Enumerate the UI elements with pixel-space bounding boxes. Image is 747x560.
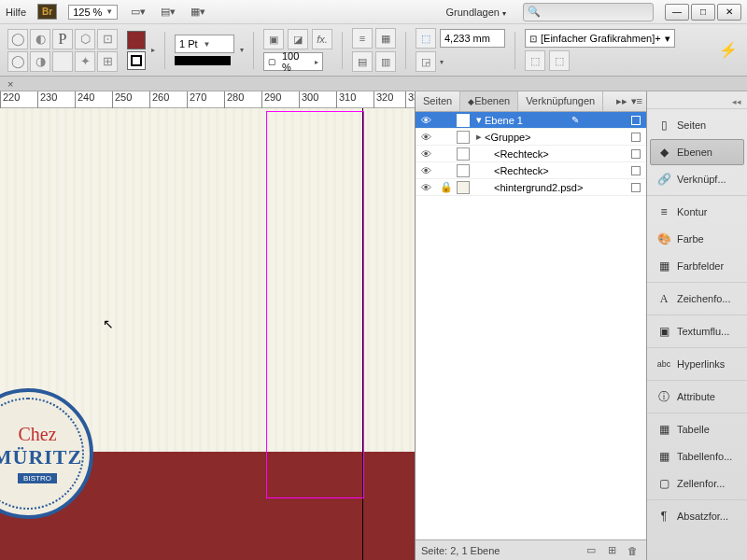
hyperlink-icon: abc [656,357,671,371]
tool-icon[interactable]: ✦ [75,51,95,72]
quick-apply-icon[interactable]: ⚡ [719,41,738,59]
pages-icon: ▯ [656,118,671,133]
para-icon: ¶ [656,509,671,524]
delete-layer-icon[interactable]: 🗑 [624,543,641,558]
shadow-icon[interactable]: ◪ [288,29,308,49]
layer-row[interactable]: 👁 🔒 <hintergrund2.psd> [416,179,646,196]
workspace-switcher[interactable]: Grundlagen ▾ [440,5,512,20]
dock-wrap[interactable]: ▣Textumflu... [650,318,744,344]
opacity-input[interactable]: ▢100 %▸ [263,52,323,71]
collapse-icon[interactable]: ▸▸ [616,95,627,107]
dock-table[interactable]: ▦Tabelle [650,416,744,442]
dock-para[interactable]: ¶Absatzfor... [650,503,744,529]
tab-layers[interactable]: ◆Ebenen [460,91,518,111]
bridge-button[interactable]: Br [37,4,57,20]
visibility-icon[interactable]: 👁 [416,148,436,160]
view-options-icon[interactable]: ▦▾ [189,3,207,21]
dock-color[interactable]: 🎨Farbe [650,226,744,252]
transform-icon[interactable]: ⬚ [416,28,436,49]
attr-icon: ⓘ [656,389,671,404]
footer-icon[interactable]: ▭ [583,543,599,558]
fill-swatch[interactable] [127,31,146,49]
visibility-icon[interactable]: 👁 [416,132,436,143]
stroke-swatch[interactable] [127,51,146,70]
maximize-button[interactable]: □ [691,4,715,21]
tableformat-icon: ▦ [656,449,671,464]
pen-icon: ✎ [571,115,579,125]
links-icon: 🔗 [656,172,671,187]
screen-mode-icon[interactable]: ▭▾ [129,3,148,21]
dock-layers[interactable]: ◆Ebenen [650,139,744,165]
dock-pages[interactable]: ▯Seiten [650,112,744,138]
opt2-icon[interactable]: ⬚ [549,50,570,71]
new-layer-icon[interactable]: ⊞ [603,543,620,558]
dock-links[interactable]: 🔗Verknüpf... [650,166,744,192]
tool-p-icon[interactable]: P [52,29,73,49]
tool-icon[interactable]: ◯ [7,29,28,49]
wrap-icon[interactable]: ▦ [375,28,396,49]
tool-icon[interactable]: ⊞ [97,51,118,72]
object-style[interactable]: ⊡[Einfacher Grafikrahmen]+▾ [525,29,675,48]
cursor-icon: ↖ [103,316,114,331]
opt1-icon[interactable]: ⬚ [525,50,545,71]
tool-icon[interactable] [52,51,73,72]
zoom-level[interactable]: 125 %▼ [68,5,118,20]
layer-row[interactable]: 👁 <Rechteck> [416,162,646,179]
dock-collapse-icon[interactable]: ◂◂ [647,97,747,108]
corner-icon[interactable]: ◲ [416,51,436,72]
tool-icon[interactable]: ⊡ [97,29,118,49]
dock-char[interactable]: AZeichenfo... [650,286,744,312]
layer-list: 👁 ▾ Ebene 1 ✎ 👁 ▸ <Gruppe> 👁 <Rechteck> … [416,112,646,539]
tool-icon[interactable]: ◐ [30,29,50,49]
align-icon[interactable]: ≡ [352,28,373,49]
dock-swatches[interactable]: ▦Farbfelder [650,253,744,279]
search-input[interactable]: 🔍 [523,3,654,21]
close-tab-icon[interactable]: × [7,78,13,90]
minimize-button[interactable]: — [665,4,689,21]
effects-icon[interactable]: ▣ [263,29,284,49]
tool-icon[interactable]: ⬡ [75,29,95,49]
layer-row[interactable]: 👁 <Rechteck> [416,146,646,162]
tool-icons: ◯ ◐ P ⬡ ⊡ ◯ ◑ ✦ ⊞ [7,29,118,72]
visibility-icon[interactable]: 👁 [416,165,436,176]
fx-icon[interactable]: fx. [312,29,332,49]
ruler-horizontal: 220 230 240 250 260 270 280 290 300 310 … [0,91,415,108]
dock-tablefo[interactable]: ▦Tabellenfo... [650,443,744,469]
menu-bar: Hilfe Br 125 %▼ ▭▾ ▤▾ ▦▾ Grundlagen ▾ 🔍 … [0,0,747,24]
arrange-icon[interactable]: ▤▾ [159,3,177,21]
stroke-style[interactable] [175,56,231,65]
tool-icon[interactable]: ◑ [30,51,50,72]
control-bar: ◯ ◐ P ⬡ ⊡ ◯ ◑ ✦ ⊞ ▸ 1 Pt▼ ▾ ▣ ◪ fx. ▢100… [0,24,747,77]
menu-help[interactable]: Hilfe [6,7,26,18]
visibility-icon[interactable]: 👁 [416,182,436,193]
selection-box[interactable] [266,111,364,498]
layers-icon: ◆ [656,145,671,160]
lock-icon[interactable]: 🔒 [436,181,457,193]
tab-pages[interactable]: Seiten [416,91,460,111]
tool-icon[interactable]: ◯ [7,51,28,72]
tab-links[interactable]: Verknüpfungen [518,91,603,111]
dock-hyper[interactable]: abcHyperlinks [650,351,744,377]
panel-footer: Seite: 2, 1 Ebene ▭ ⊞ 🗑 [416,539,646,560]
cellformat-icon: ▢ [656,476,671,491]
char-icon: A [656,291,671,306]
close-button[interactable]: ✕ [717,4,741,21]
stroke-icon: ≡ [656,204,671,219]
swatches-icon: ▦ [656,259,671,273]
layer-row[interactable]: 👁 ▸ <Gruppe> [416,129,646,146]
dock-attr[interactable]: ⓘAttribute [650,384,744,410]
dock-stroke[interactable]: ≡Kontur [650,199,744,225]
dock-cellfo[interactable]: ▢Zellenfor... [650,470,744,497]
stroke-weight[interactable]: 1 Pt▼ [175,35,234,53]
canvas-area[interactable]: 220 230 240 250 260 270 280 290 300 310 … [0,91,415,560]
wrap2-icon[interactable]: ▥ [375,51,396,72]
panel-menu-icon[interactable]: ▾≡ [631,95,642,107]
chevron-down-icon: ▼ [106,7,113,16]
document-tab[interactable]: × [0,77,747,91]
width-input[interactable]: 4,233 mm [440,29,505,48]
search-icon: 🔍 [528,6,541,18]
table-icon: ▦ [656,422,671,437]
visibility-icon[interactable]: 👁 [416,115,436,126]
layer-row[interactable]: 👁 ▾ Ebene 1 ✎ [416,112,646,129]
columns-icon[interactable]: ▤ [352,51,373,72]
